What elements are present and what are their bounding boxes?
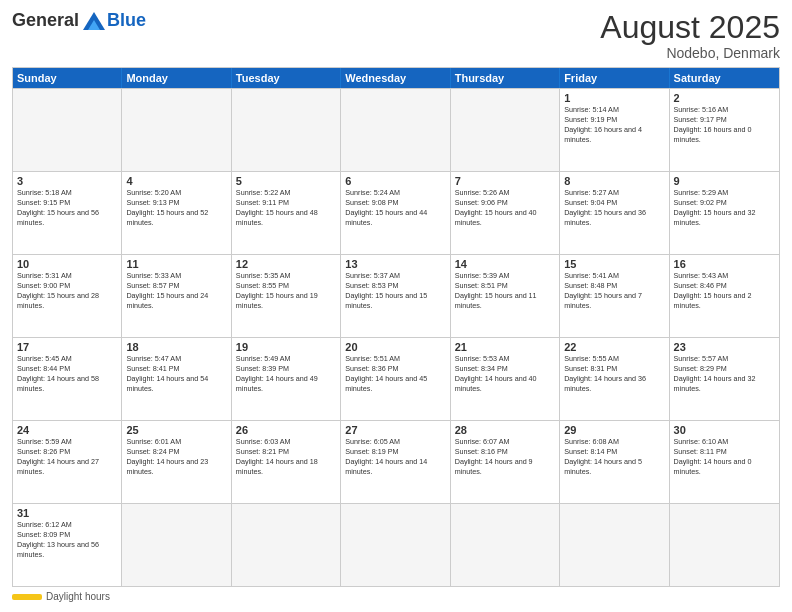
header-thursday: Thursday: [451, 68, 560, 88]
table-row: 30Sunrise: 6:10 AM Sunset: 8:11 PM Dayli…: [670, 421, 779, 503]
table-row: 11Sunrise: 5:33 AM Sunset: 8:57 PM Dayli…: [122, 255, 231, 337]
day-number: 8: [564, 175, 664, 187]
table-row: 25Sunrise: 6:01 AM Sunset: 8:24 PM Dayli…: [122, 421, 231, 503]
day-number: 10: [17, 258, 117, 270]
day-number: 27: [345, 424, 445, 436]
table-row: [232, 504, 341, 586]
table-row: 17Sunrise: 5:45 AM Sunset: 8:44 PM Dayli…: [13, 338, 122, 420]
table-row: 23Sunrise: 5:57 AM Sunset: 8:29 PM Dayli…: [670, 338, 779, 420]
table-row: 8Sunrise: 5:27 AM Sunset: 9:04 PM Daylig…: [560, 172, 669, 254]
table-row: 5Sunrise: 5:22 AM Sunset: 9:11 PM Daylig…: [232, 172, 341, 254]
logo-general: General: [12, 10, 79, 31]
daylight-bar-icon: [12, 592, 42, 602]
day-number: 5: [236, 175, 336, 187]
day-number: 29: [564, 424, 664, 436]
day-info: Sunrise: 5:55 AM Sunset: 8:31 PM Dayligh…: [564, 354, 664, 394]
table-row: [122, 504, 231, 586]
calendar-week-0: 1Sunrise: 5:14 AM Sunset: 9:19 PM Daylig…: [13, 88, 779, 171]
header-tuesday: Tuesday: [232, 68, 341, 88]
header-wednesday: Wednesday: [341, 68, 450, 88]
calendar: Sunday Monday Tuesday Wednesday Thursday…: [12, 67, 780, 587]
day-info: Sunrise: 5:29 AM Sunset: 9:02 PM Dayligh…: [674, 188, 775, 228]
table-row: [560, 504, 669, 586]
table-row: 22Sunrise: 5:55 AM Sunset: 8:31 PM Dayli…: [560, 338, 669, 420]
day-number: 24: [17, 424, 117, 436]
logo-icon: [83, 12, 105, 30]
table-row: 27Sunrise: 6:05 AM Sunset: 8:19 PM Dayli…: [341, 421, 450, 503]
table-row: 9Sunrise: 5:29 AM Sunset: 9:02 PM Daylig…: [670, 172, 779, 254]
calendar-week-2: 10Sunrise: 5:31 AM Sunset: 9:00 PM Dayli…: [13, 254, 779, 337]
day-number: 22: [564, 341, 664, 353]
header: General Blue August 2025 Nodebo, Denmark: [12, 10, 780, 61]
daylight-hours-label: Daylight hours: [46, 591, 110, 602]
day-info: Sunrise: 6:07 AM Sunset: 8:16 PM Dayligh…: [455, 437, 555, 477]
calendar-header: Sunday Monday Tuesday Wednesday Thursday…: [13, 68, 779, 88]
day-number: 15: [564, 258, 664, 270]
table-row: 6Sunrise: 5:24 AM Sunset: 9:08 PM Daylig…: [341, 172, 450, 254]
day-info: Sunrise: 5:47 AM Sunset: 8:41 PM Dayligh…: [126, 354, 226, 394]
svg-rect-2: [12, 594, 42, 600]
table-row: 10Sunrise: 5:31 AM Sunset: 9:00 PM Dayli…: [13, 255, 122, 337]
table-row: 21Sunrise: 5:53 AM Sunset: 8:34 PM Dayli…: [451, 338, 560, 420]
day-info: Sunrise: 5:18 AM Sunset: 9:15 PM Dayligh…: [17, 188, 117, 228]
day-info: Sunrise: 6:08 AM Sunset: 8:14 PM Dayligh…: [564, 437, 664, 477]
table-row: 28Sunrise: 6:07 AM Sunset: 8:16 PM Dayli…: [451, 421, 560, 503]
table-row: 29Sunrise: 6:08 AM Sunset: 8:14 PM Dayli…: [560, 421, 669, 503]
table-row: 24Sunrise: 5:59 AM Sunset: 8:26 PM Dayli…: [13, 421, 122, 503]
day-info: Sunrise: 5:22 AM Sunset: 9:11 PM Dayligh…: [236, 188, 336, 228]
table-row: [451, 504, 560, 586]
day-number: 20: [345, 341, 445, 353]
day-info: Sunrise: 5:53 AM Sunset: 8:34 PM Dayligh…: [455, 354, 555, 394]
table-row: [341, 89, 450, 171]
day-info: Sunrise: 6:12 AM Sunset: 8:09 PM Dayligh…: [17, 520, 117, 560]
logo-blue: Blue: [107, 10, 146, 31]
day-info: Sunrise: 5:37 AM Sunset: 8:53 PM Dayligh…: [345, 271, 445, 311]
header-friday: Friday: [560, 68, 669, 88]
calendar-body: 1Sunrise: 5:14 AM Sunset: 9:19 PM Daylig…: [13, 88, 779, 586]
day-number: 9: [674, 175, 775, 187]
day-info: Sunrise: 5:35 AM Sunset: 8:55 PM Dayligh…: [236, 271, 336, 311]
table-row: 31Sunrise: 6:12 AM Sunset: 8:09 PM Dayli…: [13, 504, 122, 586]
day-number: 26: [236, 424, 336, 436]
table-row: 1Sunrise: 5:14 AM Sunset: 9:19 PM Daylig…: [560, 89, 669, 171]
day-number: 30: [674, 424, 775, 436]
page: General Blue August 2025 Nodebo, Denmark…: [0, 0, 792, 612]
day-number: 23: [674, 341, 775, 353]
day-info: Sunrise: 5:31 AM Sunset: 9:00 PM Dayligh…: [17, 271, 117, 311]
day-number: 18: [126, 341, 226, 353]
day-number: 13: [345, 258, 445, 270]
header-saturday: Saturday: [670, 68, 779, 88]
day-number: 12: [236, 258, 336, 270]
day-number: 14: [455, 258, 555, 270]
day-info: Sunrise: 6:10 AM Sunset: 8:11 PM Dayligh…: [674, 437, 775, 477]
table-row: 4Sunrise: 5:20 AM Sunset: 9:13 PM Daylig…: [122, 172, 231, 254]
title-area: August 2025 Nodebo, Denmark: [600, 10, 780, 61]
day-info: Sunrise: 5:16 AM Sunset: 9:17 PM Dayligh…: [674, 105, 775, 145]
day-info: Sunrise: 5:43 AM Sunset: 8:46 PM Dayligh…: [674, 271, 775, 311]
calendar-week-5: 31Sunrise: 6:12 AM Sunset: 8:09 PM Dayli…: [13, 503, 779, 586]
table-row: 14Sunrise: 5:39 AM Sunset: 8:51 PM Dayli…: [451, 255, 560, 337]
day-number: 21: [455, 341, 555, 353]
table-row: 15Sunrise: 5:41 AM Sunset: 8:48 PM Dayli…: [560, 255, 669, 337]
calendar-week-4: 24Sunrise: 5:59 AM Sunset: 8:26 PM Dayli…: [13, 420, 779, 503]
location-title: Nodebo, Denmark: [600, 45, 780, 61]
day-number: 2: [674, 92, 775, 104]
table-row: [670, 504, 779, 586]
table-row: 7Sunrise: 5:26 AM Sunset: 9:06 PM Daylig…: [451, 172, 560, 254]
day-info: Sunrise: 5:26 AM Sunset: 9:06 PM Dayligh…: [455, 188, 555, 228]
table-row: 3Sunrise: 5:18 AM Sunset: 9:15 PM Daylig…: [13, 172, 122, 254]
day-info: Sunrise: 5:49 AM Sunset: 8:39 PM Dayligh…: [236, 354, 336, 394]
day-number: 17: [17, 341, 117, 353]
day-info: Sunrise: 6:03 AM Sunset: 8:21 PM Dayligh…: [236, 437, 336, 477]
table-row: 19Sunrise: 5:49 AM Sunset: 8:39 PM Dayli…: [232, 338, 341, 420]
day-info: Sunrise: 5:14 AM Sunset: 9:19 PM Dayligh…: [564, 105, 664, 145]
day-info: Sunrise: 5:57 AM Sunset: 8:29 PM Dayligh…: [674, 354, 775, 394]
day-number: 31: [17, 507, 117, 519]
day-number: 25: [126, 424, 226, 436]
day-number: 19: [236, 341, 336, 353]
month-title: August 2025: [600, 10, 780, 45]
legend-area: Daylight hours: [12, 591, 780, 602]
calendar-week-3: 17Sunrise: 5:45 AM Sunset: 8:44 PM Dayli…: [13, 337, 779, 420]
day-number: 1: [564, 92, 664, 104]
day-number: 16: [674, 258, 775, 270]
